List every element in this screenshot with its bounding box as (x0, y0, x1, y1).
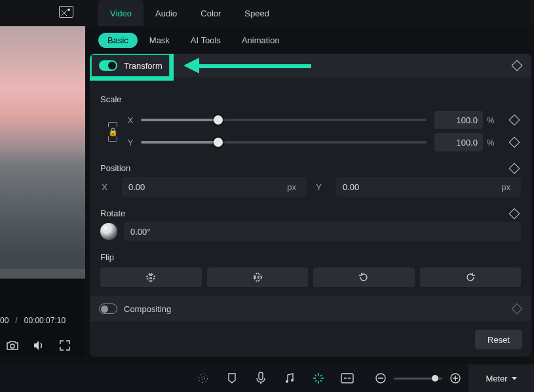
scale-y-unit: % (487, 138, 501, 147)
position-y-label: Y (315, 182, 323, 192)
rotate-keyframe[interactable] (508, 210, 521, 218)
timecode-separator: / (15, 316, 17, 325)
subtab-mask[interactable]: Mask (140, 33, 179, 48)
fullscreen-button[interactable] (58, 338, 72, 353)
scale-x-input[interactable]: 100.0 (434, 111, 483, 129)
rotate-ccw-button[interactable] (313, 267, 415, 287)
sparkle-icon (197, 372, 209, 384)
timeline-toolbar: Meter (0, 364, 534, 392)
timecode-display: 00 / 00:00:07:10 (0, 316, 85, 325)
chevron-down-icon (512, 377, 517, 380)
snapshot-button[interactable] (5, 338, 20, 353)
svg-point-1 (202, 377, 205, 380)
svg-rect-6 (341, 374, 353, 383)
rotate-cw-icon (465, 271, 476, 283)
scale-y-slider[interactable] (141, 141, 427, 144)
rotate-cw-button[interactable] (420, 267, 522, 287)
auto-ripple-button[interactable] (197, 372, 210, 385)
scale-y-input[interactable]: 100.0 (434, 133, 483, 151)
minus-circle-icon (375, 372, 387, 384)
timecode-total: 00:00:07:10 (24, 316, 66, 325)
flip-label: Flip (100, 252, 521, 262)
expand-icon (59, 340, 71, 351)
marker-button[interactable] (225, 372, 238, 385)
speaker-icon (32, 340, 45, 351)
adjustment-button[interactable] (341, 372, 354, 385)
scale-x-unit: % (487, 115, 501, 125)
scale-y-label: Y (125, 138, 136, 147)
tab-audio[interactable]: Audio (143, 0, 189, 26)
shield-icon (227, 372, 237, 384)
scale-x-label: X (125, 115, 136, 125)
sub-tab-bar: Basic Mask AI Tools Animation (98, 29, 289, 51)
microphone-icon (256, 372, 265, 385)
camera-icon (6, 340, 19, 351)
svg-point-2 (199, 374, 208, 383)
zoom-out-button[interactable] (374, 372, 387, 385)
scale-label: Scale (100, 94, 521, 104)
aspect-ratio-button[interactable] (59, 6, 73, 18)
zoom-in-button[interactable] (449, 372, 462, 385)
auto-beat-sync-button[interactable] (312, 372, 325, 385)
scale-x-keyframe[interactable] (508, 116, 521, 124)
svg-point-4 (286, 380, 288, 383)
tab-speed[interactable]: Speed (233, 0, 281, 26)
voiceover-button[interactable] (254, 372, 267, 385)
video-preview[interactable] (0, 26, 85, 279)
compositing-section-header[interactable]: Compositing (90, 296, 531, 321)
position-keyframe[interactable] (508, 165, 521, 172)
volume-button[interactable] (31, 338, 46, 353)
lock-aspect-button[interactable]: 🔒 (100, 111, 125, 153)
flip-vertical-icon (252, 271, 263, 283)
transform-section-header[interactable]: Transform (90, 54, 531, 77)
picture-icon (59, 6, 73, 18)
scale-y-keyframe[interactable] (508, 138, 521, 146)
rotate-input[interactable]: 0.00° (124, 222, 521, 241)
rotate-knob[interactable] (100, 223, 117, 240)
transform-label: Transform (124, 61, 162, 71)
position-x-label: X (100, 182, 109, 192)
reset-button[interactable]: Reset (475, 330, 522, 349)
meter-label: Meter (486, 374, 507, 383)
timecode-current: 00 (0, 316, 9, 325)
flip-horizontal-button[interactable] (100, 267, 202, 287)
flip-horizontal-icon (145, 272, 157, 283)
meter-dropdown[interactable]: Meter (468, 364, 534, 392)
svg-point-0 (10, 344, 14, 348)
svg-rect-3 (259, 372, 263, 380)
tab-color[interactable]: Color (189, 0, 233, 26)
tab-video[interactable]: Video (98, 0, 143, 26)
position-x-input[interactable]: 0.00 px (122, 177, 307, 197)
compositing-label: Compositing (124, 304, 171, 314)
star-sync-icon (312, 372, 325, 385)
lock-icon: 🔒 (108, 127, 117, 136)
caption-icon (341, 373, 354, 383)
position-label: Position (100, 163, 130, 173)
audio-stretch-button[interactable] (283, 372, 296, 385)
rotate-label: Rotate (100, 208, 125, 218)
transform-toggle[interactable] (99, 60, 117, 71)
plus-circle-icon (449, 372, 461, 384)
music-note-icon (284, 372, 296, 384)
subtab-ai-tools[interactable]: AI Tools (181, 33, 230, 48)
keyframe-icon[interactable] (512, 60, 523, 71)
rotate-ccw-icon (358, 271, 370, 283)
flip-vertical-button[interactable] (207, 267, 309, 287)
main-tab-bar: Video Audio Color Speed (0, 0, 534, 26)
svg-point-5 (291, 379, 294, 382)
keyframe-icon[interactable] (512, 304, 523, 315)
timeline-zoom (374, 372, 462, 385)
subtab-basic[interactable]: Basic (98, 33, 138, 48)
scale-x-slider[interactable] (141, 119, 427, 121)
position-y-input[interactable]: 0.00 px (336, 177, 521, 197)
zoom-slider[interactable] (394, 378, 442, 380)
video-basic-panel: Transform Scale 🔒 X 100.0 % Y (90, 54, 531, 357)
compositing-toggle[interactable] (99, 304, 117, 314)
subtab-animation[interactable]: Animation (233, 33, 289, 48)
